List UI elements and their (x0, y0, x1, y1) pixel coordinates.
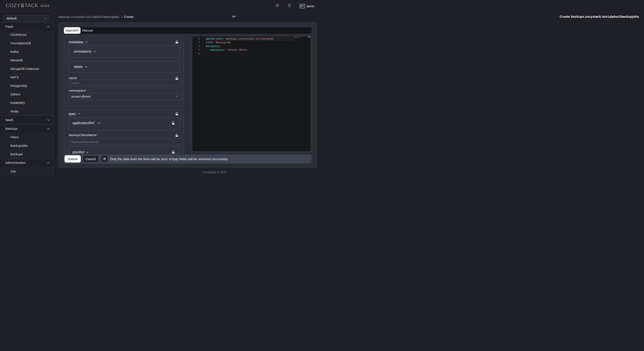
svg-text:?: ? (277, 4, 278, 6)
